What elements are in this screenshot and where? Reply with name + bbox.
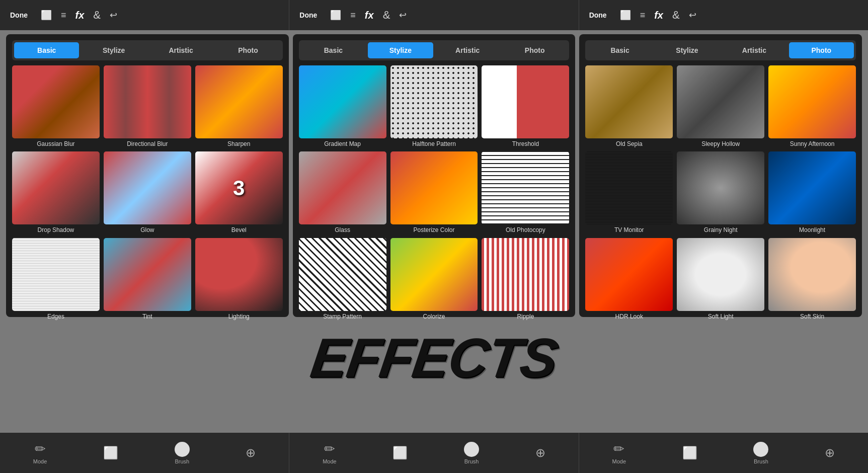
effect-thumb-sharpen	[195, 65, 283, 138]
list-item[interactable]: Drop Shadow	[12, 151, 100, 233]
list-item[interactable]: Grainy Night	[677, 151, 764, 233]
adjust-icon-3[interactable]: ≡	[640, 10, 646, 21]
select-rect-icon-3: ⬜	[682, 446, 697, 460]
list-item[interactable]: Ripple	[482, 238, 569, 320]
effects-title-area: EFFECTS	[0, 317, 868, 398]
list-item[interactable]: HDR Look	[585, 238, 673, 320]
list-item[interactable]: Soft Light	[677, 238, 764, 320]
list-item[interactable]: Gradient Map	[299, 65, 386, 147]
select-tool-1[interactable]: ⬜	[103, 446, 118, 460]
tab-stylize-1[interactable]: Stylize	[81, 42, 146, 58]
mode-label-3: Mode	[612, 458, 626, 464]
list-item[interactable]: Lighting	[195, 238, 283, 320]
tab-artistic-2[interactable]: Artistic	[435, 42, 500, 58]
tab-stylize-2[interactable]: Stylize	[368, 42, 433, 58]
fx-icon-2[interactable]: fx	[365, 10, 374, 21]
effect-thumb-bevel: 3	[195, 151, 283, 224]
undo-icon-2[interactable]: ↩	[399, 10, 407, 21]
fx-icon-3[interactable]: fx	[654, 10, 663, 21]
list-item[interactable]: Directional Blur	[104, 65, 191, 147]
effect-label: Stamp Pattern	[323, 313, 362, 320]
list-item[interactable]: Sunny Afternoon	[768, 65, 856, 147]
list-item[interactable]: Tint	[104, 238, 191, 320]
effects-grid-3: Old Sepia Sleepy Hollow Sunny Afternoon	[585, 65, 856, 320]
brush-label-3: Brush	[754, 458, 768, 464]
tab-basic-1[interactable]: Basic	[14, 42, 79, 58]
effect-thumb-tv-monitor	[585, 151, 673, 224]
list-item[interactable]: Stamp Pattern	[299, 238, 386, 320]
brush-tool-1[interactable]: Brush	[175, 442, 190, 464]
select-icon-1[interactable]: ⬜	[41, 10, 52, 21]
list-item[interactable]: Gaussian Blur	[12, 65, 100, 147]
layers-icon-2: ⊕	[535, 446, 545, 460]
tab-basic-2[interactable]: Basic	[301, 42, 366, 58]
done-button-3[interactable]: Done	[585, 9, 611, 21]
effect-label: Soft Light	[708, 313, 734, 320]
list-item[interactable]: Soft Skin	[768, 238, 856, 320]
layers-icon-1: ⊕	[246, 446, 256, 460]
list-item[interactable]: Sharpen	[195, 65, 283, 147]
blend-icon-1[interactable]: &	[93, 9, 101, 22]
select-tool-3[interactable]: ⬜	[682, 446, 697, 460]
effect-label: Drop Shadow	[38, 226, 74, 233]
list-item[interactable]: Old Photocopy	[482, 151, 569, 233]
list-item[interactable]: TV Monitor	[585, 151, 673, 233]
effect-label: Threshold	[512, 140, 539, 147]
effect-thumb-gradient-map	[299, 65, 386, 138]
effect-thumb-colorize	[390, 238, 478, 311]
list-item[interactable]: Old Sepia	[585, 65, 673, 147]
layers-tool-2[interactable]: ⊕	[535, 446, 545, 460]
layers-tool-1[interactable]: ⊕	[246, 446, 256, 460]
blend-icon-3[interactable]: &	[672, 9, 680, 22]
list-item[interactable]: 3 Bevel	[195, 151, 283, 233]
effect-thumb-soft-light	[677, 238, 764, 311]
tab-photo-2[interactable]: Photo	[502, 42, 567, 58]
select-icon-2[interactable]: ⬜	[330, 10, 341, 21]
effect-thumb-lighting	[195, 238, 283, 311]
list-item[interactable]: Posterize Color	[390, 151, 478, 233]
mode-tool-2[interactable]: ✏ Mode	[323, 441, 337, 464]
mode-icon-1: ✏	[35, 441, 46, 457]
tab-photo-3[interactable]: Photo	[789, 42, 854, 58]
undo-icon-1[interactable]: ↩	[110, 10, 117, 21]
tab-basic-3[interactable]: Basic	[587, 42, 652, 58]
effect-thumb-directional	[104, 65, 191, 138]
adjust-icon-1[interactable]: ≡	[61, 10, 66, 21]
brush-circle-2	[464, 442, 479, 457]
blend-icon-2[interactable]: &	[383, 9, 390, 22]
layers-tool-3[interactable]: ⊕	[825, 446, 835, 460]
fx-icon-1[interactable]: fx	[75, 10, 85, 21]
list-item[interactable]: Moonlight	[768, 151, 856, 233]
mode-tool-1[interactable]: ✏ Mode	[33, 441, 47, 464]
tab-photo-1[interactable]: Photo	[215, 42, 280, 58]
adjust-icon-2[interactable]: ≡	[350, 10, 356, 21]
toolbar-section-3: Done ⬜ ≡ fx & ↩	[579, 0, 868, 30]
select-icon-3[interactable]: ⬜	[620, 10, 631, 21]
tab-stylize-3[interactable]: Stylize	[655, 42, 720, 58]
mode-tool-3[interactable]: ✏ Mode	[612, 441, 626, 464]
list-item[interactable]: Threshold	[482, 65, 569, 147]
select-tool-2[interactable]: ⬜	[392, 446, 408, 460]
done-button-2[interactable]: Done	[295, 9, 321, 21]
top-toolbar: Done ⬜ ≡ fx & ↩ Done ⬜ ≡ fx & ↩ Done ⬜ ≡…	[0, 0, 868, 30]
tab-artistic-1[interactable]: Artistic	[148, 42, 213, 58]
list-item[interactable]: Sleepy Hollow	[677, 65, 764, 147]
tab-artistic-3[interactable]: Artistic	[722, 42, 786, 58]
done-button-1[interactable]: Done	[6, 9, 32, 21]
undo-icon-3[interactable]: ↩	[689, 10, 696, 21]
brush-tool-3[interactable]: Brush	[753, 442, 768, 464]
effect-label: Tint	[142, 313, 152, 320]
brush-circle-1	[175, 442, 190, 457]
list-item[interactable]: Glow	[104, 151, 191, 233]
mode-label-2: Mode	[323, 458, 337, 464]
effect-label: Glass	[335, 226, 350, 233]
list-item[interactable]: Colorize	[390, 238, 478, 320]
list-item[interactable]: Edges	[12, 238, 100, 320]
effect-label: Soft Skin	[800, 313, 824, 320]
list-item[interactable]: Glass	[299, 151, 386, 233]
effect-label: Sharpen	[227, 140, 250, 147]
brush-label-1: Brush	[175, 458, 189, 464]
list-item[interactable]: Halftone Pattern	[390, 65, 478, 147]
brush-tool-2[interactable]: Brush	[464, 442, 479, 464]
brush-label-2: Brush	[464, 458, 479, 464]
